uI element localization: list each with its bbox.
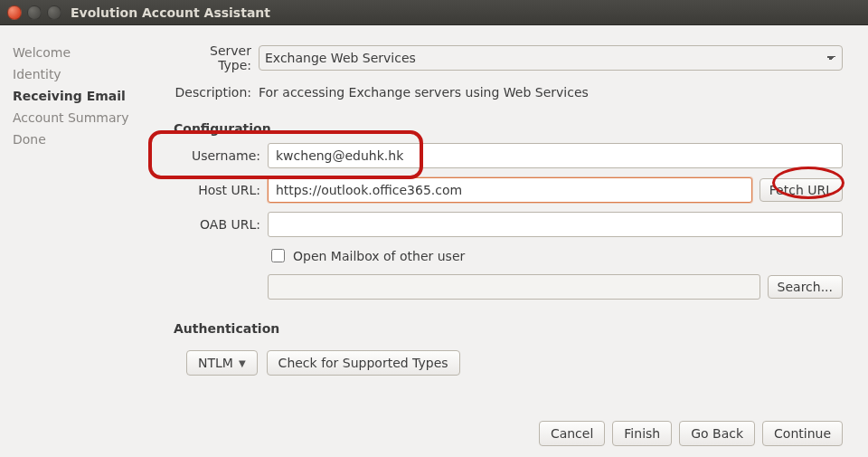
cancel-button[interactable]: Cancel	[539, 421, 605, 446]
maximize-icon[interactable]	[47, 5, 61, 20]
auth-method-dropdown[interactable]: NTLM ▼	[186, 350, 258, 376]
open-mailbox-label: Open Mailbox of other user	[293, 249, 465, 263]
server-type-select[interactable]: Exchange Web Services	[259, 45, 843, 71]
host-url-input[interactable]	[268, 177, 752, 203]
host-url-label: Host URL:	[174, 183, 260, 197]
content-area: Server Type: Exchange Web Services Descr…	[154, 25, 868, 457]
sidebar-item-done[interactable]: Done	[13, 129, 140, 150]
auth-method-value: NTLM	[198, 356, 233, 370]
title-bar: Evolution Account Assistant	[0, 0, 868, 25]
sidebar-item-identity[interactable]: Identity	[13, 63, 140, 85]
oab-url-input[interactable]	[268, 212, 843, 237]
window-controls	[7, 5, 61, 20]
server-type-label: Server Type:	[174, 43, 251, 72]
sidebar-item-welcome[interactable]: Welcome	[13, 42, 140, 63]
sidebar-item-account-summary[interactable]: Account Summary	[13, 107, 140, 129]
minimize-icon[interactable]	[27, 5, 42, 20]
open-mailbox-checkbox[interactable]	[271, 249, 285, 262]
description-label: Description:	[174, 85, 251, 100]
check-supported-types-button[interactable]: Check for Supported Types	[267, 350, 460, 376]
finish-button[interactable]: Finish	[612, 421, 672, 446]
go-back-button[interactable]: Go Back	[679, 421, 755, 446]
window-title: Evolution Account Assistant	[71, 5, 270, 20]
description-text: For accessing Exchange servers using Web…	[259, 85, 843, 100]
username-input[interactable]	[268, 143, 843, 168]
continue-button[interactable]: Continue	[762, 421, 843, 446]
sidebar-item-receiving-email[interactable]: Receiving Email	[13, 85, 140, 107]
configuration-heading: Configuration	[174, 121, 843, 136]
oab-url-label: OAB URL:	[174, 217, 260, 232]
username-label: Username:	[174, 148, 260, 163]
close-icon[interactable]	[7, 5, 22, 20]
chevron-down-icon: ▼	[239, 358, 246, 368]
wizard-footer: Cancel Finish Go Back Continue	[174, 410, 843, 446]
authentication-heading: Authentication	[174, 321, 843, 336]
other-mailbox-input	[268, 274, 760, 300]
wizard-sidebar: Welcome Identity Receiving Email Account…	[0, 25, 154, 457]
search-mailbox-button[interactable]: Search...	[768, 275, 843, 299]
fetch-url-button[interactable]: Fetch URL	[760, 178, 843, 202]
